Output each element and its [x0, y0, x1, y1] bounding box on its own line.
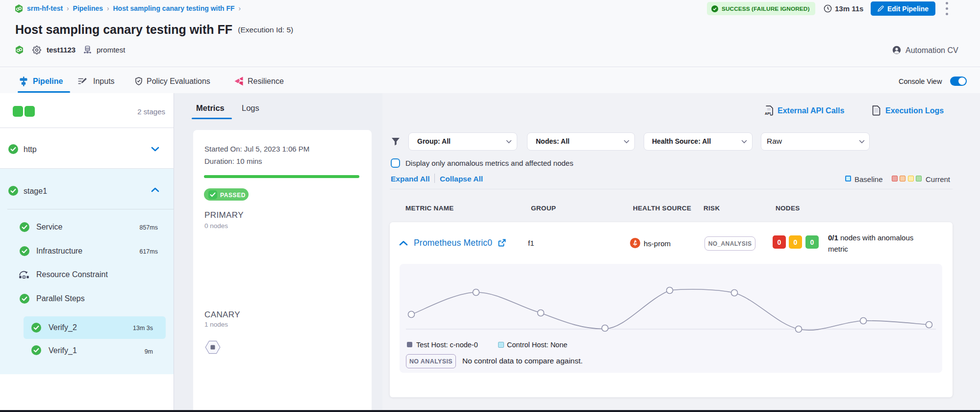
svg-text:API: API [765, 111, 771, 116]
